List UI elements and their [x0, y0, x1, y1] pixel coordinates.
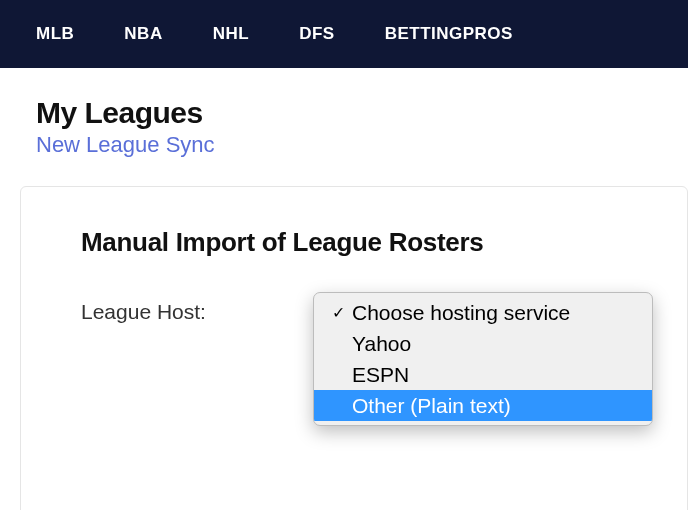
dropdown-item-label: Other (Plain text) — [352, 394, 642, 418]
dropdown-item-label: Choose hosting service — [352, 301, 642, 325]
dropdown-item-label: Yahoo — [352, 332, 642, 356]
league-host-label: League Host: — [81, 298, 313, 324]
dropdown-item-label: ESPN — [352, 363, 642, 387]
league-host-row: League Host: ✓ Choose hosting service Ya… — [81, 298, 627, 324]
nav-item-nhl[interactable]: NHL — [213, 24, 249, 44]
nav-item-nba[interactable]: NBA — [124, 24, 162, 44]
nav-item-bettingpros[interactable]: BETTINGPROS — [385, 24, 513, 44]
page-subtitle[interactable]: New League Sync — [36, 132, 688, 158]
import-card: Manual Import of League Rosters League H… — [20, 186, 688, 510]
dropdown-item-other[interactable]: Other (Plain text) — [314, 390, 652, 421]
page-title: My Leagues — [36, 96, 688, 130]
check-icon: ✓ — [324, 303, 352, 322]
dropdown-menu: ✓ Choose hosting service Yahoo ESPN Othe… — [313, 292, 653, 426]
card-title: Manual Import of League Rosters — [81, 227, 627, 258]
nav-item-dfs[interactable]: DFS — [299, 24, 335, 44]
dropdown-item-espn[interactable]: ESPN — [314, 359, 652, 390]
dropdown-item-choose[interactable]: ✓ Choose hosting service — [314, 297, 652, 328]
dropdown-item-yahoo[interactable]: Yahoo — [314, 328, 652, 359]
nav-item-mlb[interactable]: MLB — [36, 24, 74, 44]
top-nav: MLB NBA NHL DFS BETTINGPROS — [0, 0, 688, 68]
page-header: My Leagues New League Sync — [0, 68, 688, 158]
